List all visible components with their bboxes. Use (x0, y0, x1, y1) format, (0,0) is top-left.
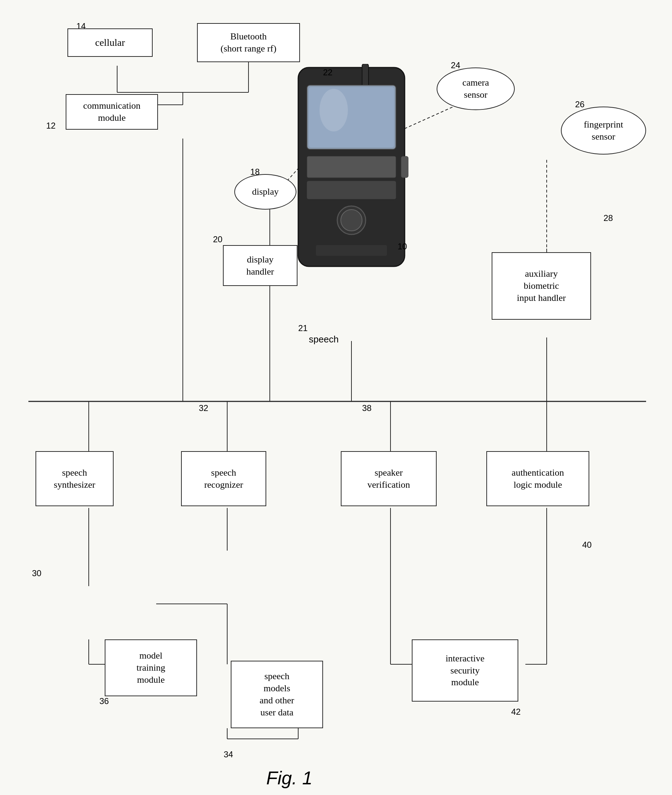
ref-22: 22 (323, 67, 333, 77)
ref-32: 32 (199, 403, 208, 413)
ref-20: 20 (213, 234, 222, 244)
authentication-logic-box: authenticationlogic module (486, 451, 589, 506)
display-handler-box: displayhandler (223, 245, 298, 286)
ref-36: 36 (99, 696, 109, 706)
display-oval: display (234, 174, 296, 210)
svg-rect-43 (401, 156, 408, 178)
svg-point-44 (320, 89, 348, 131)
ref-40: 40 (582, 540, 592, 550)
model-training-box: modeltrainingmodule (105, 640, 197, 696)
communication-module-box: communicationmodule (66, 94, 158, 130)
speech-models-box: speechmodelsand otheruser data (231, 661, 323, 728)
cellular-box: cellular (67, 29, 153, 57)
fingerprint-sensor-oval: fingerprintsensor (561, 107, 646, 154)
auxiliary-biometric-box: auxiliarybiometricinput handler (492, 252, 591, 320)
ref-34: 34 (224, 750, 233, 760)
fig-caption: Fig. 1 (266, 767, 312, 789)
svg-rect-38 (307, 156, 396, 178)
ref-28: 28 (603, 213, 613, 223)
svg-rect-42 (316, 245, 387, 256)
diagram: 14 16 cellular Bluetooth(short range rf)… (0, 0, 672, 795)
speech-recognizer-box: speechrecognizer (181, 451, 266, 506)
speaker-verification-box: speakerverification (341, 451, 437, 506)
camera-sensor-oval: camerasensor (437, 67, 515, 110)
ref-30: 30 (32, 568, 42, 578)
svg-point-41 (341, 210, 362, 231)
ref-42: 42 (511, 707, 521, 717)
interactive-security-box: interactivesecuritymodule (412, 640, 518, 702)
ref-24: 24 (451, 60, 461, 71)
ref-12: 12 (46, 121, 56, 131)
svg-rect-39 (307, 181, 396, 199)
phone-image (291, 64, 412, 270)
speech-synthesizer-box: speechsynthesizer (35, 451, 114, 506)
bluetooth-box: Bluetooth(short range rf) (197, 23, 300, 62)
ref-26: 26 (575, 99, 585, 109)
ref-10: 10 (398, 242, 407, 252)
ref-21: 21 (298, 323, 308, 333)
speech-label: speech (309, 334, 339, 345)
ref-38: 38 (362, 403, 372, 413)
